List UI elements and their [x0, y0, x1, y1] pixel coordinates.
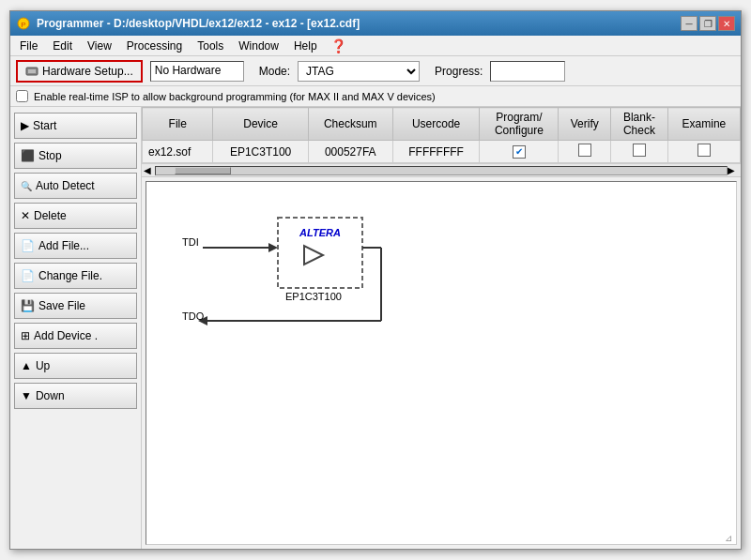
- blank-check-checkbox[interactable]: [633, 144, 646, 157]
- isp-row: Enable real-time ISP to allow background…: [10, 86, 741, 107]
- title-bar: P Programmer - D:/desktop/VHDL/ex12/ex12…: [10, 11, 741, 36]
- mode-label: Mode:: [259, 65, 290, 78]
- right-area: File Device Checksum Usercode Program/Co…: [142, 107, 741, 549]
- change-file-button[interactable]: 📄 Change File.: [14, 263, 137, 289]
- col-file: File: [143, 108, 213, 141]
- isp-checkbox[interactable]: [16, 90, 28, 102]
- horizontal-scrollbar-row: ◀ ▶: [142, 163, 741, 176]
- cell-usercode: FFFFFFFF: [392, 141, 480, 163]
- file-table: File Device Checksum Usercode Program/Co…: [142, 107, 741, 163]
- progress-label: Progress:: [435, 65, 483, 78]
- change-file-icon: 📄: [21, 269, 35, 282]
- add-device-button[interactable]: ⊞ Add Device .: [14, 323, 137, 349]
- minimize-button[interactable]: ─: [681, 16, 697, 31]
- add-file-icon: 📄: [21, 239, 35, 252]
- progress-bar: [490, 61, 565, 82]
- chip-name-label: EP1C3T100: [285, 291, 342, 302]
- stop-button[interactable]: ⬛ Stop: [14, 143, 137, 169]
- file-table-area: File Device Checksum Usercode Program/Co…: [142, 107, 741, 177]
- cell-verify[interactable]: [559, 141, 611, 163]
- menu-edit[interactable]: Edit: [47, 38, 78, 54]
- cell-device: EP1C3T100: [213, 141, 308, 163]
- program-checkbox[interactable]: ✔: [513, 145, 526, 159]
- scroll-thumb[interactable]: [175, 167, 231, 174]
- add-device-icon: ⊞: [21, 329, 30, 342]
- save-file-icon: 💾: [21, 299, 35, 312]
- resize-handle[interactable]: ⊿: [725, 533, 736, 544]
- auto-detect-button[interactable]: 🔍 Auto Detect: [14, 173, 137, 199]
- cell-checksum: 000527FA: [308, 141, 392, 163]
- scroll-right-button[interactable]: ▶: [728, 165, 739, 175]
- menu-help[interactable]: Help: [288, 38, 323, 54]
- col-usercode: Usercode: [392, 108, 480, 141]
- svg-rect-3: [28, 69, 36, 73]
- save-file-button[interactable]: 💾 Save File: [14, 293, 137, 319]
- sidebar: ▶ Start ⬛ Stop 🔍 Auto Detect ✕ Delete 📄 …: [10, 107, 142, 549]
- delete-icon: ✕: [21, 209, 30, 222]
- menu-window[interactable]: Window: [233, 38, 284, 54]
- app-icon: P: [16, 16, 31, 31]
- window-controls: ─ ❐ ✕: [681, 16, 735, 31]
- col-examine: Examine: [667, 108, 740, 141]
- window-title: Programmer - D:/desktop/VHDL/ex12/ex12 -…: [37, 17, 360, 30]
- table-row: ex12.sof EP1C3T100 000527FA FFFFFFFF ✔: [143, 141, 741, 163]
- stop-icon: ⬛: [21, 149, 35, 162]
- cell-file: ex12.sof: [143, 141, 213, 163]
- restore-button[interactable]: ❐: [699, 16, 716, 31]
- col-verify: Verify: [559, 108, 611, 141]
- delete-button[interactable]: ✕ Delete: [14, 203, 137, 229]
- isp-label: Enable real-time ISP to allow background…: [34, 91, 436, 102]
- start-icon: ▶: [21, 119, 29, 132]
- diagram-svg: ALTERA: [146, 182, 736, 544]
- col-checksum: Checksum: [308, 108, 392, 141]
- col-blank-check: Blank-Check: [611, 108, 668, 141]
- scroll-left-button[interactable]: ◀: [144, 165, 155, 175]
- main-area: ▶ Start ⬛ Stop 🔍 Auto Detect ✕ Delete 📄 …: [10, 107, 741, 549]
- down-button[interactable]: ▼ Down: [14, 383, 137, 409]
- verify-checkbox[interactable]: [578, 144, 591, 157]
- close-button[interactable]: ✕: [718, 16, 735, 31]
- start-button[interactable]: ▶ Start: [14, 113, 137, 139]
- main-window: P Programmer - D:/desktop/VHDL/ex12/ex12…: [9, 10, 742, 550]
- add-file-button[interactable]: 📄 Add File...: [14, 233, 137, 259]
- up-icon: ▲: [21, 359, 32, 372]
- altera-label: ALTERA: [299, 227, 341, 238]
- cell-program[interactable]: ✔: [480, 141, 559, 163]
- mode-select[interactable]: JTAG Passive Serial Active Serial Progra…: [298, 61, 420, 82]
- col-device: Device: [213, 108, 308, 141]
- cell-examine[interactable]: [667, 141, 740, 163]
- menu-processing[interactable]: Processing: [121, 38, 188, 54]
- hardware-icon: [25, 65, 38, 78]
- toolbar: Hardware Setup... No Hardware Mode: JTAG…: [10, 56, 741, 86]
- menu-file[interactable]: File: [14, 38, 43, 54]
- col-program: Program/Configure: [480, 108, 559, 141]
- diagram-area: TDI ALTERA: [146, 181, 737, 545]
- tdi-arrow: [268, 243, 278, 252]
- menu-bar: File Edit View Processing Tools Window H…: [10, 36, 741, 56]
- tdo-label: TDO: [182, 310, 204, 322]
- menu-tools[interactable]: Tools: [192, 38, 229, 54]
- help-icon[interactable]: ❓: [330, 38, 346, 53]
- cell-blank-check[interactable]: [611, 141, 668, 163]
- menu-view[interactable]: View: [82, 38, 117, 54]
- horizontal-scrollbar[interactable]: [155, 166, 728, 175]
- auto-detect-icon: 🔍: [21, 181, 32, 191]
- hardware-setup-button[interactable]: Hardware Setup...: [16, 60, 143, 83]
- up-button[interactable]: ▲ Up: [14, 353, 137, 379]
- hardware-field: No Hardware: [150, 61, 244, 82]
- svg-text:P: P: [21, 21, 25, 29]
- down-icon: ▼: [21, 389, 32, 402]
- examine-checkbox[interactable]: [697, 144, 711, 157]
